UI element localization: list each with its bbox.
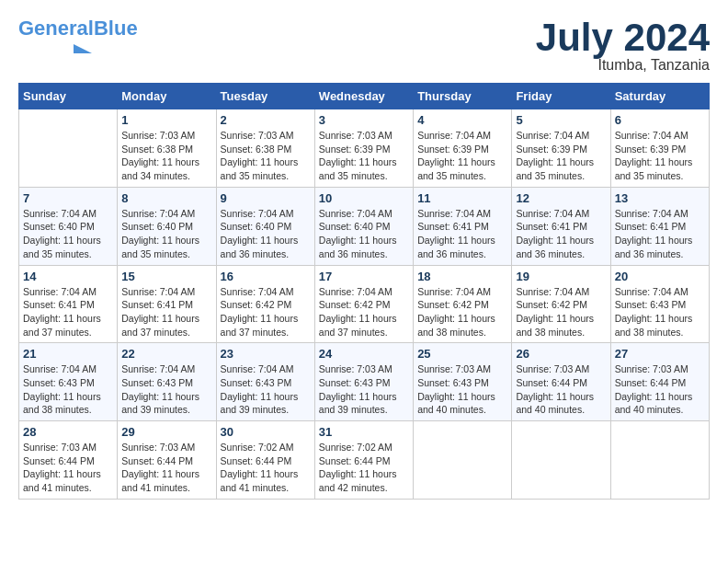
day-number: 28	[23, 425, 113, 439]
day-detail: Sunrise: 7:03 AMSunset: 6:44 PMDaylight:…	[23, 441, 113, 495]
day-detail: Sunrise: 7:04 AMSunset: 6:43 PMDaylight:…	[221, 362, 311, 417]
day-cell	[414, 421, 512, 500]
day-number: 15	[121, 270, 211, 283]
day-cell: 6Sunrise: 7:04 AMSunset: 6:39 PMDaylight…	[610, 109, 709, 188]
day-detail: Sunrise: 7:04 AMSunset: 6:42 PMDaylight:…	[319, 285, 409, 339]
week-row-3: 21Sunrise: 7:04 AMSunset: 6:43 PMDayligh…	[19, 343, 710, 421]
day-number: 31	[319, 425, 409, 439]
day-cell: 23Sunrise: 7:04 AMSunset: 6:43 PMDayligh…	[216, 343, 314, 421]
week-row-1: 7Sunrise: 7:04 AMSunset: 6:40 PMDaylight…	[19, 187, 710, 265]
day-detail: Sunrise: 7:04 AMSunset: 6:39 PMDaylight:…	[615, 129, 705, 183]
day-number: 20	[615, 270, 705, 283]
day-detail: Sunrise: 7:04 AMSunset: 6:40 PMDaylight:…	[23, 207, 113, 261]
day-cell: 27Sunrise: 7:03 AMSunset: 6:44 PMDayligh…	[610, 343, 709, 421]
day-number: 14	[23, 270, 113, 283]
day-cell: 8Sunrise: 7:04 AMSunset: 6:40 PMDaylight…	[118, 187, 216, 265]
day-number: 13	[615, 191, 705, 205]
day-cell: 25Sunrise: 7:03 AMSunset: 6:43 PMDayligh…	[414, 343, 512, 421]
day-number: 30	[221, 425, 311, 439]
day-cell: 11Sunrise: 7:04 AMSunset: 6:41 PMDayligh…	[414, 187, 512, 265]
day-cell: 4Sunrise: 7:04 AMSunset: 6:39 PMDaylight…	[414, 109, 512, 188]
month-title: July 2024	[536, 18, 710, 57]
day-cell	[512, 421, 610, 500]
day-cell: 9Sunrise: 7:04 AMSunset: 6:40 PMDaylight…	[216, 187, 314, 265]
day-number: 2	[221, 113, 311, 127]
day-detail: Sunrise: 7:04 AMSunset: 6:41 PMDaylight:…	[417, 207, 507, 261]
col-header-saturday: Saturday	[610, 84, 709, 109]
day-cell	[610, 421, 709, 500]
day-number: 18	[417, 270, 507, 283]
day-detail: Sunrise: 7:04 AMSunset: 6:42 PMDaylight:…	[417, 285, 507, 339]
day-detail: Sunrise: 7:04 AMSunset: 6:41 PMDaylight:…	[121, 285, 211, 339]
header-row: SundayMondayTuesdayWednesdayThursdayFrid…	[19, 84, 710, 109]
day-cell: 3Sunrise: 7:03 AMSunset: 6:39 PMDaylight…	[314, 109, 413, 188]
day-cell: 15Sunrise: 7:04 AMSunset: 6:41 PMDayligh…	[118, 265, 216, 343]
day-detail: Sunrise: 7:04 AMSunset: 6:41 PMDaylight:…	[615, 207, 705, 261]
location: Itumba, Tanzania	[536, 57, 710, 74]
week-row-0: 1Sunrise: 7:03 AMSunset: 6:38 PMDaylight…	[19, 109, 710, 188]
svg-marker-0	[18, 44, 92, 53]
logo-general: General	[18, 17, 94, 40]
col-header-wednesday: Wednesday	[314, 84, 413, 109]
day-cell: 21Sunrise: 7:04 AMSunset: 6:43 PMDayligh…	[19, 343, 118, 421]
col-header-monday: Monday	[118, 84, 216, 109]
col-header-sunday: Sunday	[19, 84, 118, 109]
day-number: 7	[23, 191, 113, 205]
day-cell: 1Sunrise: 7:03 AMSunset: 6:38 PMDaylight…	[118, 109, 216, 188]
logo-text: GeneralBlue	[18, 18, 138, 39]
day-detail: Sunrise: 7:02 AMSunset: 6:44 PMDaylight:…	[319, 441, 409, 495]
day-cell: 14Sunrise: 7:04 AMSunset: 6:41 PMDayligh…	[19, 265, 118, 343]
day-detail: Sunrise: 7:04 AMSunset: 6:39 PMDaylight:…	[417, 129, 507, 183]
day-cell: 29Sunrise: 7:03 AMSunset: 6:44 PMDayligh…	[118, 421, 216, 500]
day-number: 26	[516, 347, 606, 361]
calendar-table: SundayMondayTuesdayWednesdayThursdayFrid…	[18, 83, 710, 500]
day-detail: Sunrise: 7:03 AMSunset: 6:38 PMDaylight:…	[221, 129, 311, 183]
day-detail: Sunrise: 7:03 AMSunset: 6:44 PMDaylight:…	[516, 362, 606, 417]
day-detail: Sunrise: 7:04 AMSunset: 6:41 PMDaylight:…	[516, 207, 606, 261]
day-cell: 20Sunrise: 7:04 AMSunset: 6:43 PMDayligh…	[610, 265, 709, 343]
day-number: 1	[121, 113, 211, 127]
day-number: 10	[319, 191, 409, 205]
day-detail: Sunrise: 7:04 AMSunset: 6:43 PMDaylight:…	[23, 362, 113, 417]
day-number: 17	[319, 270, 409, 283]
day-number: 22	[121, 347, 211, 361]
day-detail: Sunrise: 7:02 AMSunset: 6:44 PMDaylight:…	[221, 441, 311, 495]
day-detail: Sunrise: 7:04 AMSunset: 6:39 PMDaylight:…	[516, 129, 606, 183]
day-cell: 31Sunrise: 7:02 AMSunset: 6:44 PMDayligh…	[314, 421, 413, 500]
day-detail: Sunrise: 7:04 AMSunset: 6:43 PMDaylight:…	[121, 362, 211, 417]
day-number: 5	[516, 113, 606, 127]
day-cell: 30Sunrise: 7:02 AMSunset: 6:44 PMDayligh…	[216, 421, 314, 500]
day-detail: Sunrise: 7:04 AMSunset: 6:43 PMDaylight:…	[615, 285, 705, 339]
day-detail: Sunrise: 7:03 AMSunset: 6:43 PMDaylight:…	[319, 362, 409, 417]
day-number: 21	[23, 347, 113, 361]
day-number: 6	[615, 113, 705, 127]
col-header-thursday: Thursday	[414, 84, 512, 109]
title-block: July 2024 Itumba, Tanzania	[536, 18, 710, 74]
day-detail: Sunrise: 7:04 AMSunset: 6:40 PMDaylight:…	[121, 207, 211, 261]
logo-blue: Blue	[94, 17, 138, 40]
day-number: 9	[221, 191, 311, 205]
day-cell: 10Sunrise: 7:04 AMSunset: 6:40 PMDayligh…	[314, 187, 413, 265]
day-cell: 5Sunrise: 7:04 AMSunset: 6:39 PMDaylight…	[512, 109, 610, 188]
day-cell: 16Sunrise: 7:04 AMSunset: 6:42 PMDayligh…	[216, 265, 314, 343]
day-cell: 26Sunrise: 7:03 AMSunset: 6:44 PMDayligh…	[512, 343, 610, 421]
day-detail: Sunrise: 7:04 AMSunset: 6:41 PMDaylight:…	[23, 285, 113, 339]
day-cell: 7Sunrise: 7:04 AMSunset: 6:40 PMDaylight…	[19, 187, 118, 265]
day-cell: 18Sunrise: 7:04 AMSunset: 6:42 PMDayligh…	[414, 265, 512, 343]
day-cell	[19, 109, 118, 188]
day-cell: 13Sunrise: 7:04 AMSunset: 6:41 PMDayligh…	[610, 187, 709, 265]
week-row-2: 14Sunrise: 7:04 AMSunset: 6:41 PMDayligh…	[19, 265, 710, 343]
day-number: 27	[615, 347, 705, 361]
logo-icon	[18, 40, 92, 57]
day-number: 24	[319, 347, 409, 361]
week-row-4: 28Sunrise: 7:03 AMSunset: 6:44 PMDayligh…	[19, 421, 710, 500]
day-number: 16	[221, 270, 311, 283]
day-number: 29	[121, 425, 211, 439]
day-detail: Sunrise: 7:03 AMSunset: 6:38 PMDaylight:…	[121, 129, 211, 183]
day-detail: Sunrise: 7:04 AMSunset: 6:42 PMDaylight:…	[221, 285, 311, 339]
day-detail: Sunrise: 7:03 AMSunset: 6:39 PMDaylight:…	[319, 129, 409, 183]
day-cell: 17Sunrise: 7:04 AMSunset: 6:42 PMDayligh…	[314, 265, 413, 343]
day-number: 19	[516, 270, 606, 283]
day-cell: 24Sunrise: 7:03 AMSunset: 6:43 PMDayligh…	[314, 343, 413, 421]
day-cell: 19Sunrise: 7:04 AMSunset: 6:42 PMDayligh…	[512, 265, 610, 343]
